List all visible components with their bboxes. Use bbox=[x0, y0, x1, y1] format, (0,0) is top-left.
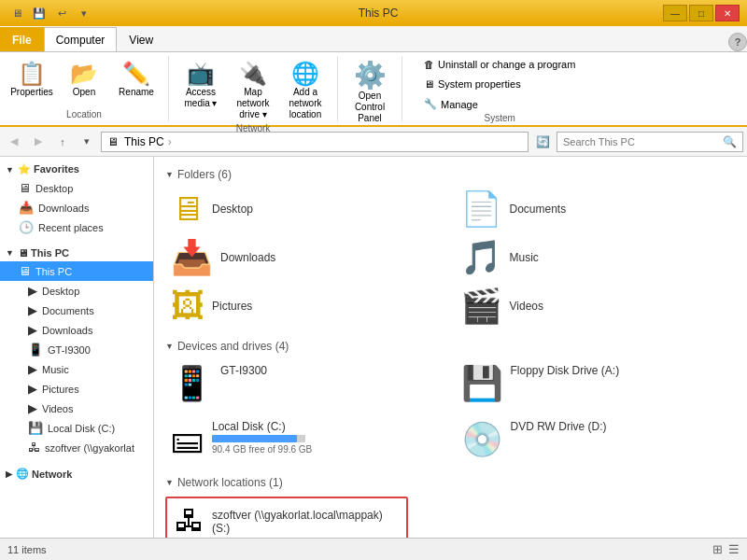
help-button[interactable]: ? bbox=[728, 33, 747, 51]
open-control-panel-button[interactable]: ⚙️ Open ControlPanel bbox=[345, 60, 394, 127]
status-bar: 11 items ⊞ ☰ bbox=[0, 538, 747, 560]
content-area: ▼ Folders (6) 🖥 Desktop 📄 Documents 📥 Do… bbox=[154, 157, 747, 538]
documents-folder-name: Documents bbox=[510, 203, 567, 216]
manage-button[interactable]: 🔧 Manage bbox=[419, 95, 580, 113]
local-disk-icon: 💾 bbox=[28, 421, 43, 435]
add-network-icon: 🌐 bbox=[291, 63, 319, 85]
window-icon[interactable]: 🖥 bbox=[7, 4, 26, 22]
rename-label: Rename bbox=[119, 87, 154, 98]
sidebar-item-this-pc[interactable]: 🖥 This PC bbox=[0, 261, 153, 281]
desktop-folder-icon: 🖥 bbox=[171, 192, 204, 226]
qat-dropdown[interactable]: ▾ bbox=[75, 4, 93, 22]
folder-downloads[interactable]: 📥 Downloads bbox=[165, 237, 447, 278]
sidebar-item-label: Music bbox=[42, 364, 69, 375]
folder-documents[interactable]: 📄 Documents bbox=[455, 189, 737, 230]
uninstall-button[interactable]: 🗑 Uninstall or change a program bbox=[419, 56, 580, 73]
local-c-name: Local Disk (C:) bbox=[212, 420, 312, 433]
local-c-info: Local Disk (C:) 90.4 GB free of 99.6 GB bbox=[212, 420, 312, 455]
manage-label: Manage bbox=[441, 99, 478, 110]
maximize-button[interactable]: □ bbox=[689, 5, 713, 21]
network-header[interactable]: ▶ 🌐 Network bbox=[0, 465, 153, 483]
local-c-icon: 🖴 bbox=[171, 420, 204, 459]
status-right: ⊞ ☰ bbox=[712, 542, 740, 556]
qat-undo[interactable]: ↩ bbox=[52, 4, 71, 22]
properties-button[interactable]: 📋 Properties bbox=[7, 60, 56, 101]
access-media-label: Accessmedia ▾ bbox=[184, 87, 217, 109]
folder-videos[interactable]: 🎬 Videos bbox=[455, 286, 737, 327]
folder-desktop[interactable]: 🖥 Desktop bbox=[165, 189, 447, 230]
network-location-szoftver[interactable]: 🖧 szoftver (\\gyakorlat.local\mappak)(S:… bbox=[165, 497, 408, 538]
favorites-header[interactable]: ▼ ⭐ Favorites bbox=[0, 161, 153, 178]
device-floppy-a[interactable]: 💾 Floppy Disk Drive (A:) bbox=[456, 360, 737, 407]
ribbon: 📋 Properties 📂 Open ✏️ Rename Location 📺… bbox=[0, 52, 747, 127]
address-bar[interactable]: 🖥 This PC › bbox=[101, 132, 529, 152]
szoftver-name: szoftver (\\gyakorlat.local\mappak)(S:) bbox=[212, 509, 383, 535]
sidebar-item-favorites-downloads[interactable]: 📥 Downloads bbox=[0, 198, 153, 217]
device-local-c[interactable]: 🖴 Local Disk (C:) 90.4 GB free of 99.6 G… bbox=[165, 416, 446, 463]
sidebar-item-downloads[interactable]: ▶ Downloads bbox=[0, 320, 153, 340]
dvd-icon: 💿 bbox=[461, 420, 503, 459]
sidebar-item-recent-places[interactable]: 🕒 Recent places bbox=[0, 217, 153, 237]
details-view-button[interactable]: ☰ bbox=[728, 542, 740, 556]
sidebar-item-favorites-desktop[interactable]: 🖥 Desktop bbox=[0, 178, 153, 198]
sidebar-item-szoftver[interactable]: 🖧 szoftver (\\gyakorlat bbox=[0, 438, 153, 457]
this-pc-arrow: ▼ bbox=[6, 248, 14, 258]
sidebar-item-local-disk-c[interactable]: 💾 Local Disk (C:) bbox=[0, 418, 153, 438]
folders-section-arrow: ▼ bbox=[165, 170, 174, 179]
system-properties-button[interactable]: 🖥 System properties bbox=[419, 76, 580, 92]
sidebar-item-label: Downloads bbox=[38, 203, 89, 214]
this-pc-label: This PC bbox=[31, 247, 69, 259]
downloads-icon: 📥 bbox=[19, 201, 34, 215]
add-network-location-button[interactable]: 🌐 Add a networklocation bbox=[281, 60, 330, 123]
minimize-button[interactable]: — bbox=[663, 5, 687, 21]
device-dvd-d[interactable]: 💿 DVD RW Drive (D:) bbox=[456, 416, 737, 463]
sidebar-item-videos[interactable]: ▶ Videos bbox=[0, 399, 153, 418]
floppy-name: Floppy Disk Drive (A:) bbox=[511, 364, 620, 377]
folder-music[interactable]: 🎵 Music bbox=[455, 237, 737, 278]
sidebar-item-pictures[interactable]: ▶ Pictures bbox=[0, 379, 153, 399]
open-button[interactable]: 📂 Open bbox=[60, 60, 108, 101]
main-area: ▼ ⭐ Favorites 🖥 Desktop 📥 Downloads 🕒 Re… bbox=[0, 157, 747, 538]
tab-view[interactable]: View bbox=[117, 27, 165, 51]
phone-icon: 📱 bbox=[28, 343, 43, 357]
folder-pictures[interactable]: 🖼 Pictures bbox=[165, 286, 447, 327]
sidebar-item-documents[interactable]: ▶ Documents bbox=[0, 301, 153, 320]
add-network-label: Add a networklocation bbox=[284, 87, 327, 120]
videos-icon: ▶ bbox=[28, 401, 37, 415]
pictures-folder-name: Pictures bbox=[212, 300, 252, 313]
tab-file[interactable]: File bbox=[0, 27, 44, 51]
recent-icon: 🕒 bbox=[19, 220, 34, 234]
manage-icon: 🔧 bbox=[424, 98, 437, 110]
back-button[interactable]: ◀ bbox=[4, 132, 24, 152]
close-button[interactable]: ✕ bbox=[715, 5, 740, 21]
map-network-icon: 🔌 bbox=[239, 63, 267, 85]
search-input[interactable] bbox=[563, 136, 723, 147]
large-icons-view-button[interactable]: ⊞ bbox=[712, 542, 723, 556]
sidebar-item-gt-i9300[interactable]: 📱 GT-I9300 bbox=[0, 340, 153, 359]
favorites-label: ⭐ Favorites bbox=[18, 163, 79, 175]
sidebar-item-music[interactable]: ▶ Music bbox=[0, 359, 153, 379]
status-item-count: 11 items bbox=[7, 544, 47, 555]
refresh-button[interactable]: 🔄 bbox=[532, 132, 553, 152]
forward-button[interactable]: ▶ bbox=[28, 132, 49, 152]
this-pc-header[interactable]: ▼ 🖥 This PC bbox=[0, 245, 153, 261]
rename-button[interactable]: ✏️ Rename bbox=[112, 60, 161, 101]
network-icon: 🌐 bbox=[16, 468, 29, 480]
device-gt-i9300[interactable]: 📱 GT-I9300 bbox=[165, 360, 446, 407]
folders-section-label: Folders (6) bbox=[177, 168, 232, 181]
map-network-drive-button[interactable]: 🔌 Map networkdrive ▾ bbox=[229, 60, 277, 123]
tab-computer[interactable]: Computer bbox=[44, 27, 118, 51]
title-bar: 🖥 💾 ↩ ▾ This PC — □ ✕ bbox=[0, 0, 747, 26]
rename-icon: ✏️ bbox=[122, 63, 150, 85]
recent-locations-button[interactable]: ▾ bbox=[77, 132, 97, 152]
pictures-icon: ▶ bbox=[28, 382, 37, 396]
sidebar-item-desktop[interactable]: ▶ Desktop bbox=[0, 281, 153, 301]
qat-save[interactable]: 💾 bbox=[30, 4, 49, 22]
up-button[interactable]: ↑ bbox=[52, 132, 73, 152]
properties-icon: 📋 bbox=[18, 63, 46, 85]
sidebar-item-label: Pictures bbox=[42, 384, 79, 395]
access-media-button[interactable]: 📺 Accessmedia ▾ bbox=[176, 60, 225, 112]
control-panel-buttons: ⚙️ Open ControlPanel bbox=[345, 56, 394, 127]
search-icon[interactable]: 🔍 bbox=[723, 135, 737, 148]
sidebar-item-label: This PC bbox=[35, 266, 72, 277]
